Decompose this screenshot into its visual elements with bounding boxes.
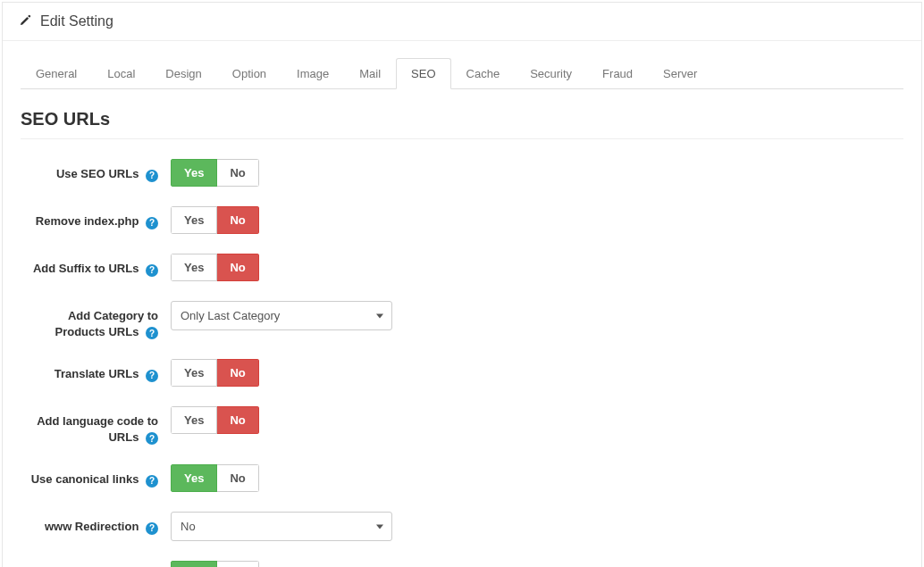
tab-server[interactable]: Server	[648, 58, 712, 89]
toggle-yes[interactable]: Yes	[171, 464, 217, 492]
tab-option[interactable]: Option	[217, 58, 281, 89]
label-add-suffix: Add Suffix to URLs ?	[21, 254, 171, 277]
select-www-redirection[interactable]: No	[171, 512, 392, 541]
toggle-nonseo-redirect: Yes No	[171, 561, 259, 567]
label-use-canonical: Use canonical links ?	[21, 464, 171, 488]
tab-local[interactable]: Local	[92, 58, 150, 89]
label-remove-index-php: Remove index.php ?	[21, 206, 171, 229]
label-use-seo-urls: Use SEO URLs ?	[21, 159, 171, 182]
toggle-use-canonical: Yes No	[171, 464, 259, 492]
toggle-add-lang-code: Yes No	[171, 406, 259, 434]
toggle-no[interactable]: No	[217, 464, 258, 492]
toggle-yes[interactable]: Yes	[171, 159, 217, 187]
help-icon[interactable]: ?	[146, 475, 158, 488]
help-icon[interactable]: ?	[146, 370, 158, 382]
toggle-yes[interactable]: Yes	[171, 561, 217, 567]
tab-general[interactable]: General	[21, 58, 92, 89]
page-title: Edit Setting	[40, 13, 113, 29]
toggle-no[interactable]: No	[217, 254, 258, 281]
help-icon[interactable]: ?	[146, 264, 158, 277]
tab-mail[interactable]: Mail	[344, 58, 396, 89]
toggle-no[interactable]: No	[217, 159, 258, 187]
toggle-use-seo-urls: Yes No	[171, 159, 259, 187]
label-translate-urls: Translate URLs ?	[21, 359, 171, 382]
toggle-add-suffix: Yes No	[171, 254, 259, 281]
toggle-no[interactable]: No	[217, 561, 258, 567]
toggle-remove-index-php: Yes No	[171, 206, 259, 234]
toggle-yes[interactable]: Yes	[171, 406, 217, 434]
toggle-no[interactable]: No	[217, 206, 258, 234]
tab-design[interactable]: Design	[150, 58, 216, 89]
tab-cache[interactable]: Cache	[451, 58, 516, 89]
tabs: General Local Design Option Image Mail S…	[21, 57, 903, 89]
help-icon[interactable]: ?	[146, 217, 158, 229]
toggle-yes[interactable]: Yes	[171, 206, 217, 234]
select-add-category-input[interactable]: Only Last Category	[171, 301, 392, 330]
tab-fraud[interactable]: Fraud	[587, 58, 648, 89]
tab-security[interactable]: Security	[515, 58, 587, 89]
label-www-redirection: www Redirection ?	[21, 512, 171, 535]
pencil-icon	[19, 14, 31, 29]
toggle-translate-urls: Yes No	[171, 359, 259, 387]
tab-image[interactable]: Image	[281, 58, 344, 89]
panel-header: Edit Setting	[3, 3, 921, 41]
select-www-redirection-input[interactable]: No	[171, 512, 392, 541]
label-nonseo-redirect: non-SEO to SEO URLs Redirection ?	[21, 561, 171, 567]
toggle-yes[interactable]: Yes	[171, 359, 217, 387]
select-add-category[interactable]: Only Last Category	[171, 301, 392, 330]
label-add-lang-code: Add language code to URLs ?	[21, 406, 171, 445]
toggle-yes[interactable]: Yes	[171, 254, 217, 281]
help-icon[interactable]: ?	[146, 522, 158, 535]
help-icon[interactable]: ?	[146, 432, 158, 445]
toggle-no[interactable]: No	[217, 359, 258, 387]
help-icon[interactable]: ?	[146, 170, 158, 182]
label-add-category: Add Category to Products URLs ?	[21, 301, 171, 339]
toggle-no[interactable]: No	[217, 406, 258, 434]
tab-seo[interactable]: SEO	[396, 58, 450, 89]
help-icon[interactable]: ?	[146, 327, 158, 339]
section-title: SEO URLs	[21, 109, 903, 129]
section-divider	[21, 138, 903, 139]
